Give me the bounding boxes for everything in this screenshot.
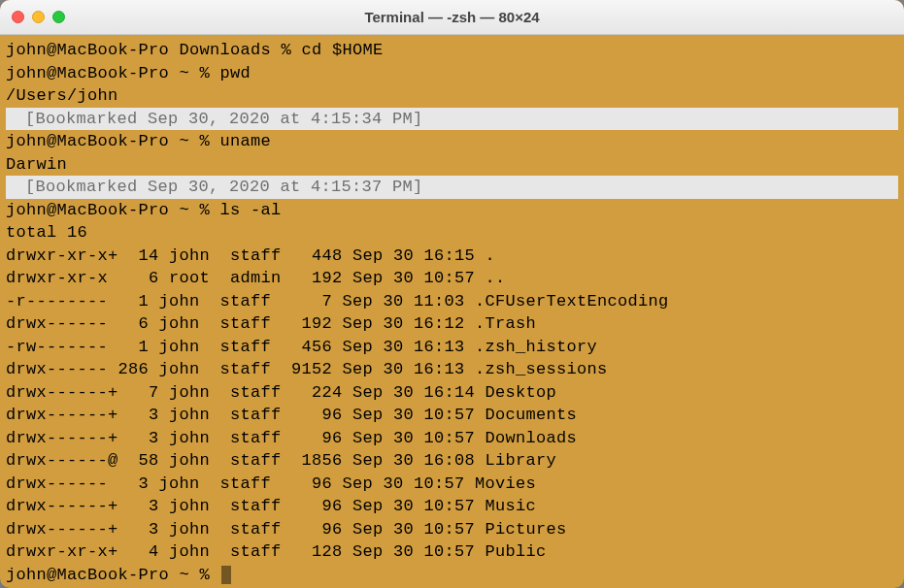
terminal-line: Darwin <box>6 153 898 177</box>
terminal-line: drwx------+ 3 john staff 96 Sep 30 10:57… <box>6 495 898 518</box>
terminal-line: total 16 <box>6 221 898 245</box>
terminal-line: john@MacBook-Pro ~ % uname <box>6 130 898 153</box>
window-title: Terminal — -zsh — 80×24 <box>0 9 904 25</box>
terminal-line: drwx------+ 3 john staff 96 Sep 30 10:57… <box>6 518 898 541</box>
terminal-line: drwx------+ 3 john staff 96 Sep 30 10:57… <box>6 427 898 450</box>
terminal-body[interactable]: john@MacBook-Pro Downloads % cd $HOMEjoh… <box>0 35 904 588</box>
terminal-line: john@MacBook-Pro Downloads % cd $HOME <box>6 39 898 62</box>
terminal-line: -rw------- 1 john staff 456 Sep 30 16:13… <box>6 336 898 359</box>
close-button[interactable] <box>12 11 24 23</box>
titlebar: Terminal — -zsh — 80×24 <box>0 0 904 35</box>
minimize-button[interactable] <box>32 11 45 23</box>
terminal-line: drwxr-xr-x+ 4 john staff 128 Sep 30 10:5… <box>6 540 898 564</box>
terminal-line: drwx------ 6 john staff 192 Sep 30 16:12… <box>6 312 898 336</box>
zoom-button[interactable] <box>52 11 65 23</box>
traffic-lights <box>0 11 65 23</box>
terminal-line: drwxr-xr-x+ 14 john staff 448 Sep 30 16:… <box>6 245 898 268</box>
terminal-line: drwxr-xr-x 6 root admin 192 Sep 30 10:57… <box>6 267 898 290</box>
terminal-line: /Users/john <box>6 84 898 108</box>
terminal-line: john@MacBook-Pro ~ % ls -al <box>6 199 898 222</box>
terminal-window: Terminal — -zsh — 80×24 john@MacBook-Pro… <box>0 0 904 588</box>
terminal-line: drwx------+ 3 john staff 96 Sep 30 10:57… <box>6 404 898 427</box>
terminal-line: [Bookmarked Sep 30, 2020 at 4:15:34 PM] <box>6 108 898 131</box>
terminal-line: [Bookmarked Sep 30, 2020 at 4:15:37 PM] <box>6 176 898 199</box>
cursor <box>221 566 231 584</box>
terminal-line: john@MacBook-Pro ~ % <box>6 564 898 587</box>
terminal-line: drwx------@ 58 john staff 1856 Sep 30 16… <box>6 449 898 473</box>
terminal-line: drwx------ 286 john staff 9152 Sep 30 16… <box>6 358 898 381</box>
terminal-line: -r-------- 1 john staff 7 Sep 30 11:03 .… <box>6 290 898 313</box>
terminal-line: john@MacBook-Pro ~ % pwd <box>6 62 898 85</box>
terminal-line: drwx------ 3 john staff 96 Sep 30 10:57 … <box>6 473 898 496</box>
terminal-line: drwx------+ 7 john staff 224 Sep 30 16:1… <box>6 381 898 405</box>
